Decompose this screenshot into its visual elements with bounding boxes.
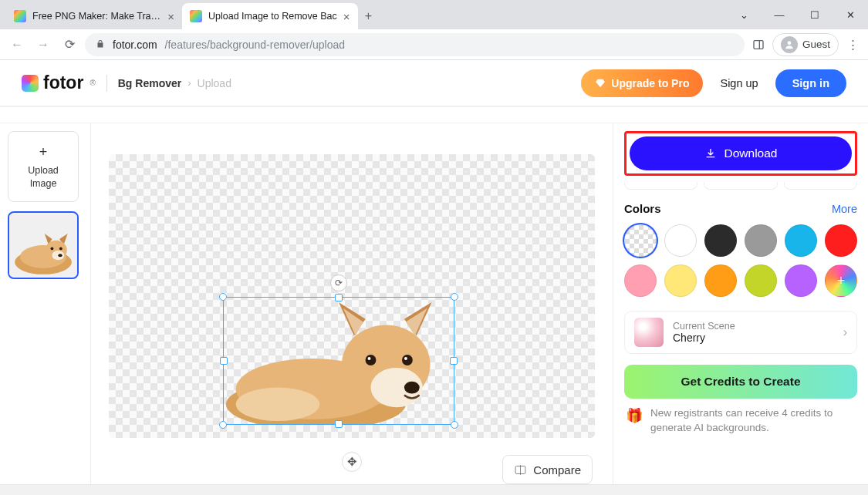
tab-favicon — [190, 10, 202, 22]
color-swatch[interactable] — [704, 224, 737, 257]
compare-button[interactable]: Compare — [502, 455, 593, 484]
compare-icon — [514, 463, 527, 476]
resize-handle-e[interactable] — [450, 357, 458, 365]
compare-label: Compare — [533, 463, 581, 476]
image-content[interactable] — [224, 298, 454, 424]
chevron-right-icon: › — [843, 325, 847, 339]
minimize-button[interactable]: — — [762, 0, 797, 29]
brand-logo[interactable]: fotor® — [22, 72, 96, 93]
color-swatch[interactable] — [745, 264, 777, 297]
upgrade-button[interactable]: Upgrade to Pro — [581, 69, 703, 97]
tab-favicon — [14, 10, 26, 22]
color-swatch[interactable] — [664, 224, 697, 257]
tile[interactable] — [784, 182, 857, 190]
tab-title: Upload Image to Remove Bac — [208, 11, 337, 22]
color-swatch[interactable] — [785, 224, 817, 257]
gift-icon: 🎁 — [626, 406, 643, 426]
color-swatch-transparent[interactable] — [624, 224, 657, 257]
image-thumbnail-selected[interactable] — [8, 211, 79, 279]
scene-value: Cherry — [673, 332, 735, 344]
color-swatch[interactable] — [704, 264, 737, 297]
resize-handle-nw[interactable] — [219, 293, 227, 301]
dog-thumb-icon — [9, 213, 77, 278]
plus-icon: + — [39, 143, 48, 161]
credits-label: Get Credits to Create — [681, 375, 800, 389]
svg-point-16 — [366, 355, 377, 365]
scene-label: Current Scene — [673, 321, 735, 332]
app-header: fotor® Bg Remover › Upload Upgrade to Pr… — [0, 60, 868, 106]
selection-box[interactable]: ⟳ — [223, 297, 454, 425]
panel-icon[interactable] — [749, 39, 768, 51]
browser-tab[interactable]: Free PNG Maker: Make Transp × — [6, 3, 182, 29]
header-divider — [0, 106, 868, 123]
get-credits-button[interactable]: Get Credits to Create — [624, 365, 857, 399]
chevron-down-icon[interactable]: ⌄ — [726, 0, 762, 29]
color-swatch[interactable] — [785, 264, 817, 297]
resize-handle-se[interactable] — [451, 421, 458, 429]
resize-handle-sw[interactable] — [219, 421, 227, 429]
download-button[interactable]: Download — [630, 136, 852, 170]
url-host: fotor.com — [113, 39, 157, 51]
right-panel: Download Colors More + Current Scene Che… — [613, 123, 868, 495]
browser-tabs: Free PNG Maker: Make Transp × Upload Ima… — [0, 3, 380, 29]
signin-label: Sign in — [792, 77, 829, 89]
upload-label-1: Upload — [28, 164, 59, 177]
browser-toolbar: ← → ⟳ fotor.com/features/background-remo… — [0, 29, 868, 60]
colors-header: Colors More — [624, 202, 857, 215]
chevron-right-icon: › — [187, 77, 191, 89]
option-tiles — [624, 182, 857, 190]
download-highlight: Download — [624, 131, 857, 176]
scene-thumb — [634, 318, 664, 347]
scene-text: Current Scene Cherry — [673, 321, 735, 344]
left-sidebar: + Upload Image — [0, 123, 91, 495]
canvas-area: ⟳ — [91, 123, 613, 495]
close-window-button[interactable]: ✕ — [833, 0, 868, 29]
profile-label: Guest — [802, 39, 830, 50]
more-link[interactable]: More — [832, 203, 857, 215]
color-swatch[interactable] — [825, 224, 857, 257]
diamond-icon — [595, 78, 606, 89]
divider — [106, 75, 107, 92]
kebab-menu-icon[interactable]: ⋮ — [843, 38, 862, 52]
browser-tab-active[interactable]: Upload Image to Remove Bac × — [182, 3, 358, 29]
profile-button[interactable]: Guest — [772, 33, 839, 56]
logo-icon — [22, 75, 39, 92]
resize-handle-n[interactable] — [335, 294, 343, 301]
svg-point-8 — [51, 247, 54, 250]
transparent-canvas[interactable]: ⟳ — [109, 154, 595, 438]
color-swatch[interactable] — [745, 224, 777, 257]
forward-button[interactable]: → — [32, 34, 54, 56]
color-swatch-add[interactable]: + — [825, 264, 857, 297]
reload-button[interactable]: ⟳ — [59, 34, 80, 56]
tile[interactable] — [624, 182, 697, 190]
close-icon[interactable]: × — [167, 10, 174, 23]
upload-label-2: Image — [30, 177, 57, 190]
tile[interactable] — [704, 182, 777, 190]
color-swatch[interactable] — [624, 264, 657, 297]
resize-handle-s[interactable] — [335, 420, 343, 428]
svg-point-17 — [402, 355, 413, 365]
signup-link[interactable]: Sign up — [720, 77, 758, 89]
download-icon — [704, 147, 717, 160]
upload-image-button[interactable]: + Upload Image — [8, 131, 79, 202]
section-title: Colors — [624, 202, 661, 215]
resize-handle-ne[interactable] — [451, 293, 458, 301]
signin-button[interactable]: Sign in — [775, 69, 846, 97]
breadcrumb-feature[interactable]: Bg Remover — [118, 77, 181, 89]
color-swatch[interactable] — [664, 264, 697, 297]
back-button[interactable]: ← — [6, 34, 28, 56]
window-title-bar: Free PNG Maker: Make Transp × Upload Ima… — [0, 0, 868, 29]
close-icon[interactable]: × — [343, 10, 350, 23]
scene-card[interactable]: Current Scene Cherry › — [624, 311, 857, 354]
maximize-button[interactable]: ☐ — [797, 0, 833, 29]
rotate-handle[interactable]: ⟳ — [330, 274, 347, 291]
move-handle[interactable]: ✥ — [342, 452, 362, 472]
resize-handle-w[interactable] — [220, 357, 228, 365]
color-swatches: + — [624, 224, 857, 297]
address-bar[interactable]: fotor.com/features/background-remover/up… — [85, 33, 745, 56]
download-label: Download — [724, 146, 778, 160]
scrollbar-horizontal[interactable] — [0, 484, 868, 495]
new-tab-button[interactable]: + — [358, 3, 380, 29]
brand-name: fotor — [43, 72, 83, 93]
tab-title: Free PNG Maker: Make Transp — [32, 11, 161, 22]
